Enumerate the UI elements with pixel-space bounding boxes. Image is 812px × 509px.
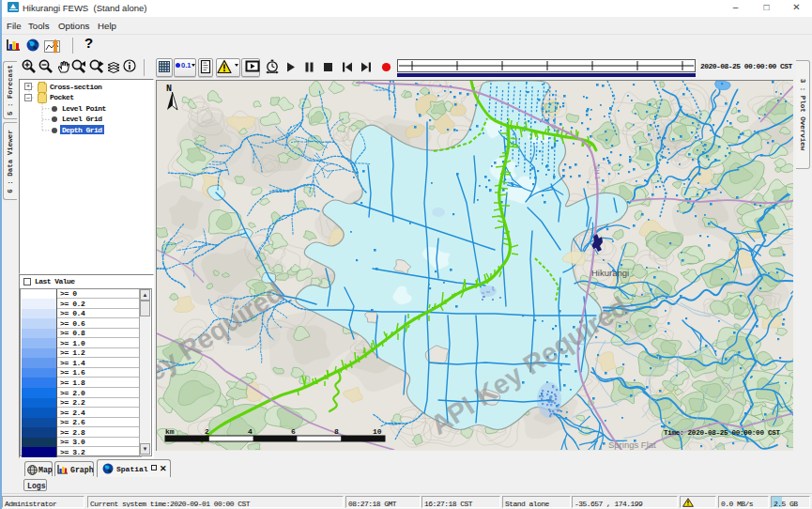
svg-text:10: 10 xyxy=(373,427,382,436)
svg-text:SH 1: SH 1 xyxy=(593,164,601,179)
svg-text:2: 2 xyxy=(205,427,209,436)
svg-text:6: 6 xyxy=(291,427,296,436)
svg-text:Time: 2020-08-25 00:00:00 CST: Time: 2020-08-25 00:00:00 CST xyxy=(664,429,780,437)
svg-text:km: km xyxy=(165,427,175,436)
svg-text:Springs Flat: Springs Flat xyxy=(608,440,656,450)
svg-text:Hikurangi: Hikurangi xyxy=(591,268,629,278)
svg-text:N: N xyxy=(166,84,172,94)
svg-text:4: 4 xyxy=(248,427,253,436)
svg-text:8: 8 xyxy=(334,427,339,436)
